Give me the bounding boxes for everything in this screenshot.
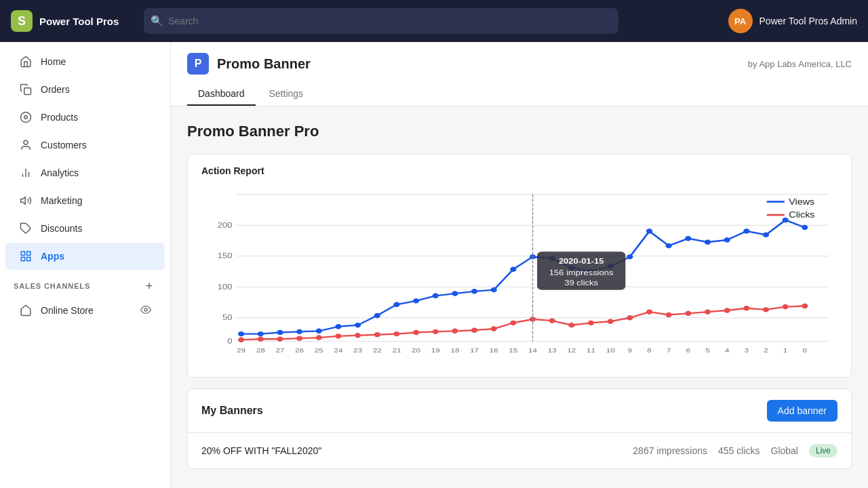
sidebar-item-customers[interactable]: Customers (5, 131, 165, 159)
svg-point-46 (646, 228, 652, 234)
banner-row: 20% OFF WITH "FALL2020" 2867 impressions… (188, 432, 851, 468)
svg-point-45 (627, 254, 633, 260)
svg-text:25: 25 (315, 346, 323, 354)
svg-text:14: 14 (528, 346, 537, 354)
svg-text:27: 27 (275, 346, 284, 354)
sidebar-item-orders[interactable]: Orders (5, 76, 165, 103)
svg-text:2: 2 (764, 346, 768, 354)
svg-text:0: 0 (803, 346, 808, 354)
svg-point-76 (646, 309, 652, 314)
svg-marker-7 (21, 197, 26, 205)
svg-point-65 (433, 329, 439, 335)
svg-point-73 (588, 321, 594, 326)
svg-point-64 (413, 330, 419, 336)
svg-point-47 (666, 243, 672, 249)
marketing-icon (19, 194, 33, 207)
sidebar: Home Orders Products Customers Analytics (0, 42, 171, 488)
search-bar: 🔍 (144, 8, 618, 34)
svg-point-68 (491, 326, 497, 331)
brand-name: Power Tool Pros (39, 16, 119, 27)
add-banner-button[interactable]: Add banner (767, 400, 837, 422)
user-area: PA Power Tool Pros Admin (728, 9, 857, 33)
svg-point-50 (724, 237, 730, 243)
search-icon: 🔍 (151, 15, 163, 27)
home-icon (19, 55, 33, 68)
svg-rect-12 (27, 258, 31, 261)
banner-status-badge: Live (809, 444, 837, 458)
svg-point-31 (355, 323, 361, 328)
svg-text:24: 24 (334, 346, 342, 354)
discounts-icon (19, 222, 33, 235)
chart-container: 0 50 100 150 200 (188, 182, 851, 377)
online-store-visibility-icon[interactable] (140, 304, 151, 317)
svg-text:23: 23 (353, 346, 362, 354)
svg-text:6: 6 (686, 346, 691, 354)
svg-point-39 (510, 267, 516, 272)
svg-point-84 (802, 304, 808, 309)
tab-settings[interactable]: Settings (258, 83, 315, 106)
svg-point-82 (763, 307, 769, 312)
sidebar-label-discounts: Discounts (41, 223, 82, 234)
sales-channels-header: SALES CHANNELS + (0, 270, 170, 296)
top-nav: S Power Tool Pros 🔍 PA Power Tool Pros A… (0, 0, 868, 42)
svg-text:100: 100 (218, 283, 233, 291)
svg-rect-11 (21, 258, 24, 261)
svg-point-69 (510, 321, 516, 326)
sidebar-item-analytics[interactable]: Analytics (5, 159, 165, 186)
sidebar-item-online-store[interactable]: Online Store (5, 297, 165, 324)
svg-text:50: 50 (222, 313, 233, 322)
orders-icon (19, 83, 33, 96)
svg-point-1 (21, 113, 31, 123)
svg-point-75 (627, 315, 633, 321)
chart-title: Action Report (188, 155, 851, 182)
svg-point-36 (452, 291, 458, 296)
sidebar-item-apps[interactable]: Apps (5, 243, 165, 270)
sidebar-item-marketing[interactable]: Marketing (5, 187, 165, 214)
svg-point-54 (802, 225, 808, 230)
sidebar-item-products[interactable]: Products (5, 104, 165, 131)
svg-point-80 (724, 308, 730, 313)
sales-channels-label: SALES CHANNELS (14, 282, 90, 290)
svg-rect-0 (24, 88, 31, 95)
app-name: Promo Banner (217, 56, 311, 72)
svg-text:150: 150 (218, 251, 233, 260)
avatar[interactable]: PA (728, 9, 753, 33)
svg-point-71 (549, 318, 555, 323)
svg-text:29: 29 (237, 346, 245, 354)
svg-point-51 (743, 228, 749, 234)
svg-point-56 (258, 336, 264, 342)
svg-point-38 (491, 287, 497, 293)
sidebar-label-online-store: Online Store (41, 305, 94, 316)
layout: Home Orders Products Customers Analytics (0, 42, 868, 488)
svg-point-66 (452, 329, 458, 334)
svg-point-37 (471, 289, 477, 294)
svg-text:10: 10 (606, 346, 615, 354)
svg-text:12: 12 (567, 346, 576, 354)
svg-text:2020-01-15: 2020-01-15 (559, 257, 604, 266)
svg-text:5: 5 (705, 346, 710, 354)
svg-text:13: 13 (548, 346, 557, 354)
svg-text:9: 9 (628, 346, 633, 354)
sidebar-label-marketing: Marketing (41, 195, 82, 206)
add-sales-channel-button[interactable]: + (142, 279, 157, 293)
sidebar-label-products: Products (41, 112, 78, 123)
tab-dashboard[interactable]: Dashboard (187, 83, 256, 106)
svg-text:26: 26 (295, 346, 304, 354)
banner-clicks: 455 clicks (718, 445, 760, 456)
app-logo: P (187, 53, 209, 75)
main-content: P Promo Banner by App Labs America, LLC … (171, 42, 868, 488)
search-input[interactable] (144, 8, 618, 34)
analytics-icon (19, 166, 33, 180)
sidebar-item-home[interactable]: Home (5, 48, 165, 75)
app-tabs: Dashboard Settings (187, 83, 852, 106)
sidebar-item-discounts[interactable]: Discounts (5, 215, 165, 242)
sidebar-label-apps: Apps (41, 251, 64, 262)
brand[interactable]: S Power Tool Pros (11, 10, 133, 32)
page-title: Promo Banner Pro (187, 123, 852, 140)
svg-text:22: 22 (373, 346, 382, 354)
svg-text:16: 16 (490, 346, 498, 354)
svg-text:4: 4 (725, 346, 730, 354)
apps-icon (19, 249, 33, 263)
banners-title: My Banners (201, 405, 263, 417)
svg-point-48 (685, 236, 691, 241)
